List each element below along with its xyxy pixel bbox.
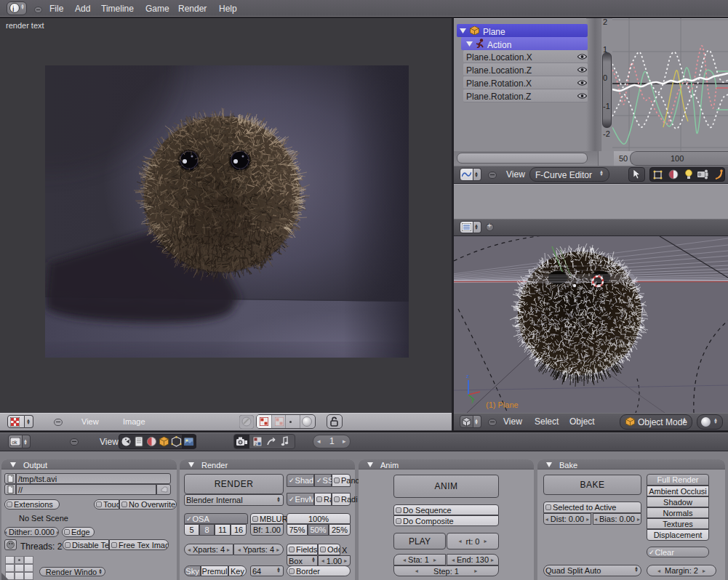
svg-text:y: y <box>471 397 474 403</box>
svg-text:ok: ok <box>12 440 17 445</box>
svg-text:(1) Plane: (1) Plane <box>486 400 519 409</box>
svg-text:z: z <box>466 373 469 379</box>
